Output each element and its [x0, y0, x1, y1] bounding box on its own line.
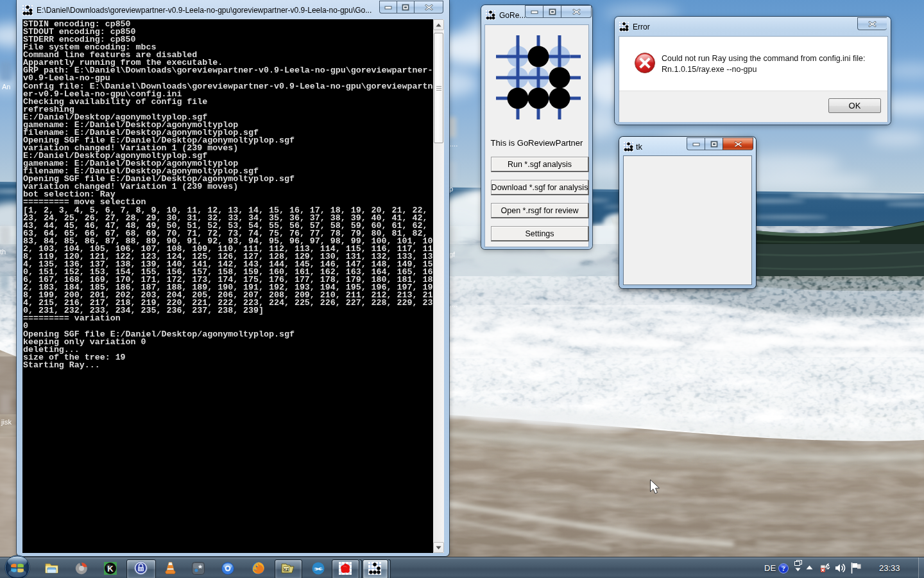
svg-text:K: K [107, 564, 114, 574]
svg-text:?: ? [782, 565, 785, 572]
svg-text:p: p [449, 185, 453, 193]
svg-text:....: .... [450, 301, 458, 308]
svg-text:An: An [2, 83, 10, 91]
svg-text:jisk: jisk [1, 418, 12, 426]
svg-text:xz: xz [284, 567, 289, 572]
svg-text:....: .... [450, 140, 458, 148]
svg-text:th: th [0, 248, 6, 256]
svg-text:gf: gf [449, 250, 456, 258]
